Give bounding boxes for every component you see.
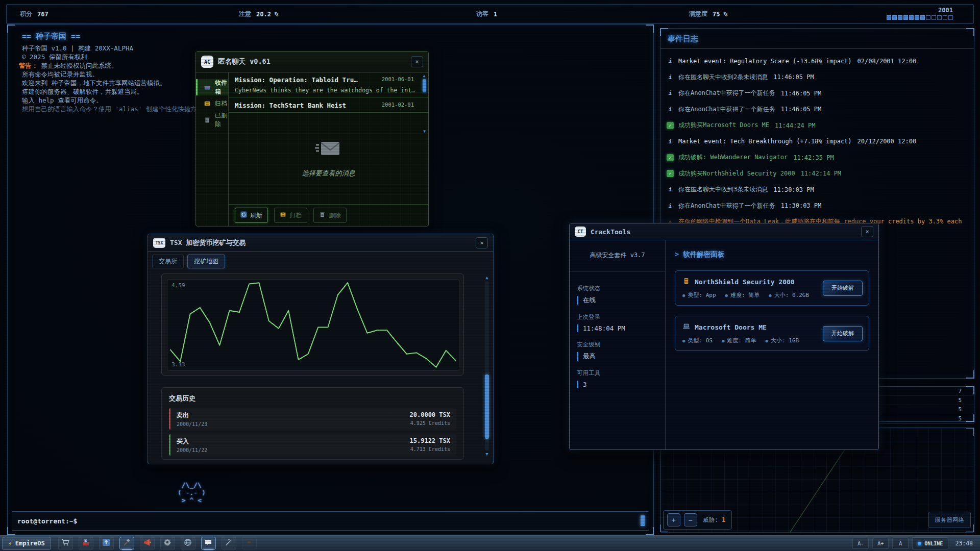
terminal-line: 想用自己的语言输入命令？使用 'alias' 创建个性化快捷方式 <box>16 105 203 113</box>
mail-toolbar-button[interactable]: 删除 <box>313 208 347 223</box>
globe-icon[interactable] <box>181 537 195 550</box>
font-smaller-button[interactable]: A- <box>852 538 869 549</box>
scroll-down-icon[interactable]: ▼ <box>423 129 426 134</box>
event-time: 11:42:35 PM <box>793 154 834 161</box>
scroll-track[interactable] <box>485 281 489 450</box>
system-stats: 系统状态 在线 上次登录 11:48:04 PM 安全级别 最高 可用工具 3 <box>570 285 665 388</box>
scroll-up-icon[interactable]: ▲ <box>485 275 488 280</box>
event-log-entry: 你在AnonChat中获得了一个新任务 11:46:05 PM <box>667 85 968 102</box>
shop-cart-icon[interactable] <box>58 537 73 550</box>
upload-icon[interactable] <box>99 537 114 550</box>
font-reset-button[interactable]: A <box>892 538 909 549</box>
mail-folder-item[interactable]: 收件箱 <box>196 79 228 95</box>
event-text: Market event: Tech Breakthrough (+7.18% … <box>678 138 852 145</box>
attention-value: 20.2 % <box>256 11 278 18</box>
terminal-line: 所有命令均被记录并监视。 <box>16 70 203 79</box>
event-status-icon <box>667 186 674 193</box>
trade-row[interactable]: 卖出 2000/11/23 20.0000 TSX 4.925 Credits <box>169 408 456 430</box>
mail-preview: CyberNews thinks they are the watchdogs … <box>235 87 415 94</box>
server-network-button[interactable]: 服务器网络 <box>928 512 971 528</box>
anonchat-app-icon: AC <box>201 56 213 68</box>
price-chart-panel: 4.59 3.13 <box>161 273 464 375</box>
stat-value: 7 <box>958 388 962 394</box>
mail-folder-item[interactable]: 已删除 <box>196 112 228 128</box>
scroll-down-icon[interactable]: ▼ <box>485 452 488 457</box>
close-icon[interactable]: × <box>411 56 423 67</box>
scroll-thumb[interactable] <box>423 79 426 92</box>
button-icon <box>280 211 286 219</box>
tsx-tab[interactable]: 交易所 <box>152 255 184 268</box>
tsx-tab[interactable]: 挖矿地图 <box>187 255 225 268</box>
anonchat-titlebar[interactable]: AC 匿名聊天 v0.61 × <box>196 52 428 72</box>
terminal-output: == 种子帝国 == 种子帝国 v1.0 | 构建 20XX-ALPHA © 2… <box>16 32 203 113</box>
chat-bubble-icon[interactable] <box>201 537 216 550</box>
event-time: 11:30:03 PM <box>781 202 821 209</box>
megaphone-icon[interactable] <box>140 537 155 550</box>
visitors-value: 1 <box>494 11 497 18</box>
stat-label: 系统状态 <box>577 285 665 292</box>
event-time: 11:42:14 PM <box>801 170 841 177</box>
auction-hammer-icon[interactable] <box>119 537 134 550</box>
terminal-line: 输入 help 查看可用命令。 <box>16 96 203 105</box>
score-label: 积分 <box>20 10 32 18</box>
pickaxe-icon[interactable] <box>222 537 236 550</box>
locked-app-icon[interactable] <box>242 537 257 550</box>
event-status-icon <box>667 202 674 209</box>
trade-amount: 20.0000 TSX <box>410 411 450 418</box>
zoom-in-button[interactable]: + <box>667 513 680 527</box>
close-icon[interactable]: × <box>861 226 873 237</box>
event-status-icon <box>667 73 674 81</box>
decrypt-panel-heading: >软件解密面板 <box>675 250 869 259</box>
command-input[interactable]: root@torrent:~$ <box>12 511 649 531</box>
cracktools-titlebar[interactable]: CT CrackTools × <box>570 223 878 240</box>
event-log-header: 事件日志 <box>660 29 974 49</box>
app-icon <box>143 538 151 548</box>
mail-list: ▲ ▼ Mission: Operation: Tabloid Tru… 200… <box>229 72 428 113</box>
settings-gear-icon[interactable] <box>160 537 175 550</box>
meta-difficulty: 难度: 简单 <box>727 337 756 344</box>
mail-folder-item[interactable]: 归档 <box>196 95 228 112</box>
event-log-list: Market event: Regulatory Scare (-13.68% … <box>660 49 974 234</box>
button-label: 刷新 <box>250 211 262 220</box>
chevron-prefix: > <box>675 250 679 258</box>
meta-type: 类型: App <box>688 292 716 298</box>
threat-label: 威胁: <box>703 516 718 524</box>
envelope-icon <box>315 139 341 161</box>
mail-toolbar-button[interactable]: 归档 <box>274 208 307 223</box>
app-icon <box>184 538 192 548</box>
top-status-bar: 积分 767 注意 20.2 % 访客 1 满意度 75 % 2001 <box>6 4 974 24</box>
event-time: 11:46:05 PM <box>781 90 821 97</box>
close-icon[interactable]: × <box>476 237 488 248</box>
event-status-icon <box>667 106 674 113</box>
event-status-icon <box>667 122 674 129</box>
stat-label: 可用工具 <box>577 369 665 377</box>
trade-credits: 4.925 Credits <box>410 420 450 426</box>
installer-icon[interactable] <box>79 537 93 550</box>
mail-item[interactable]: Mission: Operation: Tabloid Tru… 2001-06… <box>229 72 428 97</box>
mail-toolbar-button[interactable]: 刷新 <box>235 208 268 223</box>
app-icon <box>245 538 253 548</box>
zoom-out-button[interactable]: − <box>684 513 697 527</box>
software-icon <box>682 322 690 332</box>
font-larger-button[interactable]: A+ <box>872 538 889 549</box>
event-text: 成功购买NorthShield Security 2000 <box>678 169 795 178</box>
cracktools-body: 高级安全套件 v3.7 系统状态 在线 上次登录 11:48:04 PM 安全级… <box>570 240 878 449</box>
tab-label: 交易所 <box>159 258 177 265</box>
trade-row[interactable]: 买入 2000/11/22 15.9122 TSX 4.713 Credits <box>169 434 456 456</box>
meta-size: 大小: 1GB <box>771 337 799 344</box>
mail-item[interactable]: Mission: TechStart Bank Heist 2001-02-01 <box>229 97 428 113</box>
tsx-scrollbar[interactable]: ▲ ▼ <box>484 275 489 457</box>
scroll-thumb[interactable] <box>485 374 489 439</box>
event-log-entry: Market event: Regulatory Scare (-13.68% … <box>667 53 968 69</box>
start-menu-button[interactable]: ⚡ EmpireOS <box>2 537 51 550</box>
tsx-titlebar[interactable]: TSX TSX 加密货币挖矿与交易 × <box>148 234 493 252</box>
mail-scrollbar[interactable]: ▲ <box>422 74 426 92</box>
event-status-icon <box>667 170 674 177</box>
event-time: 02/08/2001 12:00 <box>857 58 917 65</box>
start-crack-button[interactable]: 开始破解 <box>823 326 863 341</box>
score-value: 767 <box>37 11 48 18</box>
price-chart: 4.59 3.13 <box>167 279 459 371</box>
start-crack-button[interactable]: 开始破解 <box>823 281 863 296</box>
crack-target-cards: NorthShield Security 2000 ●类型: App ●难度: … <box>675 270 869 351</box>
scroll-up-icon[interactable]: ▲ <box>423 74 426 78</box>
